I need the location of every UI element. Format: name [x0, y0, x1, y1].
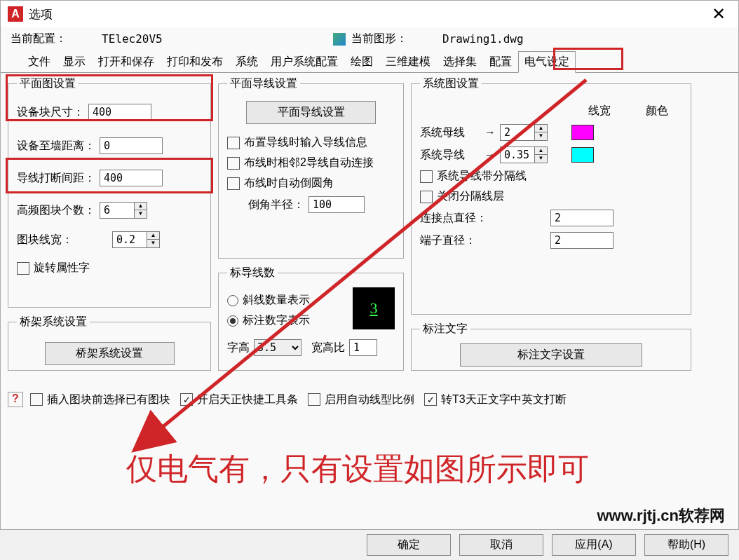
content-area: 平面图设置 设备块尺寸： 设备至墙距离： 导线打断间距： 高频图块个数： ▲▼ … [1, 73, 738, 559]
block-lw-label: 图块线宽： [17, 233, 108, 247]
tab-selection[interactable]: 选择集 [437, 51, 483, 73]
group-wire-marker: 标导线数 斜线数量表示 标注数字表示 3 字高 3.5 宽高比 [218, 266, 404, 371]
current-config-value: TElec20V5 [102, 32, 333, 46]
cancel-button[interactable]: 取消 [459, 534, 543, 556]
group-plan-settings: 平面图设置 设备块尺寸： 设备至墙距离： 导线打断间距： 高频图块个数： ▲▼ … [8, 76, 211, 308]
block-size-input[interactable] [88, 104, 151, 121]
radius-label: 倒角半径： [248, 198, 304, 212]
syswire-label: 系统导线 [420, 148, 476, 163]
button-row: 确定 取消 应用(A) 帮助(H) [0, 529, 739, 560]
tab-bar: 文件 显示 打开和保存 打印和发布 系统 用户系统配置 绘图 三维建模 选择集 … [1, 50, 738, 73]
spin-down-icon[interactable]: ▼ [135, 210, 147, 218]
spin-up-icon[interactable]: ▲ [135, 203, 147, 210]
ratio-input[interactable] [349, 339, 377, 356]
freq-count-spinner[interactable]: ▲▼ [100, 202, 150, 219]
tab-user-pref[interactable]: 用户系统配置 [264, 51, 344, 73]
marker-opt2-radio[interactable] [227, 315, 238, 327]
sys-legend: 系统图设置 [420, 76, 482, 91]
bus-spinner[interactable]: ▲▼ [500, 124, 550, 141]
window-title: 选项 [29, 6, 706, 22]
height-label: 字高 [227, 341, 250, 355]
label-text-button[interactable]: 标注文字设置 [460, 343, 642, 367]
syswire-color-swatch[interactable] [571, 147, 594, 163]
freq-count-label: 高频图块个数： [17, 203, 95, 218]
block-size-label: 设备块尺寸： [17, 105, 84, 120]
wall-dist-label: 设备至墙距离： [17, 139, 95, 153]
app-icon: A [8, 6, 23, 22]
footer-chk4[interactable]: ✓ [424, 393, 437, 406]
wire-chk1[interactable] [227, 137, 240, 149]
tab-draw[interactable]: 绘图 [344, 51, 379, 73]
syswire-spinner[interactable]: ▲▼ [500, 146, 550, 163]
apply-button[interactable]: 应用(A) [552, 534, 636, 556]
tab-config[interactable]: 配置 [483, 51, 518, 73]
sys-close-checkbox[interactable] [420, 191, 433, 203]
block-lw-spinner[interactable]: ▲▼ [112, 231, 163, 248]
tab-print-pub[interactable]: 打印和发布 [161, 51, 229, 73]
drawing-icon [333, 33, 346, 46]
tab-elec[interactable]: 电气设定 [518, 51, 576, 73]
bridge-button[interactable]: 桥架系统设置 [45, 342, 175, 365]
plan-legend: 平面图设置 [17, 76, 79, 91]
tab-open-save[interactable]: 打开和保存 [92, 51, 161, 73]
marker-opt1-radio[interactable] [227, 295, 238, 306]
arrow-right-icon: → [484, 126, 496, 139]
bridge-legend: 桥架系统设置 [17, 315, 90, 329]
footer-chk2[interactable]: ✓ [180, 393, 193, 406]
tab-display[interactable]: 显示 [57, 51, 92, 73]
sys-sep-checkbox[interactable] [420, 170, 433, 183]
wire-legend: 平面导线设置 [227, 76, 300, 91]
radius-input[interactable] [309, 196, 365, 213]
bus-label: 系统母线 [420, 125, 476, 140]
tab-3d-model[interactable]: 三维建模 [379, 51, 437, 73]
titlebar: A 选项 ✕ [1, 1, 738, 27]
color-header: 颜色 [646, 104, 668, 118]
ok-button[interactable]: 确定 [367, 534, 451, 556]
term-input[interactable] [550, 232, 613, 249]
group-system-settings: 系统图设置 线宽 颜色 系统母线→ ▲▼ 系统导线→ ▲▼ 系统导线带分隔线 关… [411, 76, 691, 315]
marker-preview: 3 [353, 287, 395, 329]
close-icon[interactable]: ✕ [706, 4, 731, 24]
footer-checks-row: ? 插入图块前选择已有图块 ✓开启天正快捷工具条 启用自动线型比例 ✓转T3天正… [8, 392, 688, 407]
break-dist-input[interactable] [100, 170, 163, 186]
wire-chk3[interactable] [227, 177, 240, 190]
footer-chk1[interactable] [30, 393, 43, 406]
info-row: 当前配置： TElec20V5 当前图形： Drawing1.dwg [1, 27, 738, 50]
wire-chk2[interactable] [227, 157, 240, 170]
help-button[interactable]: 帮助(H) [644, 534, 728, 556]
wire-button[interactable]: 平面导线设置 [246, 101, 376, 124]
conn-label: 连接点直径： [420, 211, 546, 226]
tab-system[interactable]: 系统 [229, 51, 264, 73]
term-label: 端子直径： [420, 233, 546, 248]
help-icon[interactable]: ? [8, 392, 23, 407]
wall-dist-input[interactable] [100, 137, 163, 154]
current-drawing-label: 当前图形： [351, 32, 442, 46]
tab-file[interactable]: 文件 [22, 51, 57, 73]
rotate-attr-label: 旋转属性字 [34, 261, 90, 275]
footer-chk3[interactable] [308, 393, 320, 406]
current-drawing-value: Drawing1.dwg [442, 32, 524, 46]
break-dist-label: 导线打断间距： [17, 171, 95, 186]
current-config-label: 当前配置： [11, 32, 102, 46]
options-dialog: A 选项 ✕ 当前配置： TElec20V5 当前图形： Drawing1.dw… [0, 0, 739, 560]
bus-color-swatch[interactable] [571, 125, 594, 140]
group-bridge: 桥架系统设置 桥架系统设置 [8, 315, 211, 371]
ratio-label: 宽高比 [311, 341, 345, 355]
group-wire-settings: 平面导线设置 平面导线设置 布置导线时输入导线信息 布线时相邻2导线自动连接 布… [218, 76, 404, 259]
conn-input[interactable] [550, 210, 613, 226]
height-select[interactable]: 3.5 [254, 339, 301, 356]
group-label-text: 标注文字 标注文字设置 [411, 322, 691, 371]
arrow-right-icon: → [484, 149, 496, 161]
lw-header: 线宽 [588, 104, 611, 118]
label-text-legend: 标注文字 [420, 322, 470, 336]
rotate-attr-checkbox[interactable] [17, 262, 29, 275]
marker-legend: 标导线数 [227, 266, 278, 280]
